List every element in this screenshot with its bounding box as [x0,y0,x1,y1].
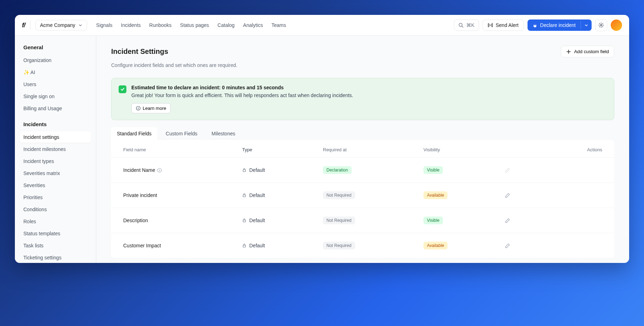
sidebar-section-incidents: Incidents [20,121,91,127]
header-right: ⌘K Send Alert Declare incident [454,19,622,31]
nav-analytics[interactable]: Analytics [243,22,263,28]
page-subtitle: Configure incident fields and set which … [111,62,614,68]
fire-icon [532,23,537,28]
lock-icon [242,218,246,223]
edit-icon[interactable] [505,218,510,223]
table-row: Incident Name Default Declaration Visibl… [111,158,614,183]
visibility-badge: Available [423,191,448,199]
chevron-down-icon [585,23,588,27]
search-icon [458,23,463,28]
nav-status-pages[interactable]: Status pages [180,22,209,28]
sidebar-item-label: Ticketing settings [23,255,62,260]
declare-incident-dropdown[interactable] [581,21,592,30]
svg-rect-5 [243,170,246,172]
add-field-label: Add custom field [574,49,609,54]
declare-label: Declare incident [540,22,576,28]
lock-icon [242,193,246,197]
field-required: Not Required [323,242,423,249]
sidebar-item-incident-settings[interactable]: Incident settings [20,131,91,143]
edit-icon[interactable] [505,193,510,198]
info-icon [157,168,162,173]
nav-signals[interactable]: Signals [96,22,113,28]
sidebar-item-label: Status templates [23,231,60,236]
sidebar-item-conditions[interactable]: Conditions [20,204,91,215]
sidebar-item-status-templates[interactable]: Status templates [20,228,91,239]
sidebar-item-label: Conditions [23,207,47,212]
table-row: Description Default Not Required Visible [111,208,614,233]
sidebar-item-label: Roles [23,219,36,224]
sidebar-item-users[interactable]: Users [20,79,91,90]
page-header: Incident Settings Add custom field [111,46,614,57]
add-custom-field-button[interactable]: Add custom field [561,46,614,57]
sidebar-item-label: Organization [23,57,51,63]
sidebar-item-priorities[interactable]: Priorities [20,192,91,203]
svg-rect-8 [243,245,246,247]
sidebar-item-billing[interactable]: Billing and Usage [20,103,91,114]
sidebar-item-ai[interactable]: ✨ AI [20,67,91,78]
learn-more-button[interactable]: Learn more [131,103,171,113]
field-name: Incident Name [123,167,242,173]
table-header: Field name Type Required at Visibility A… [111,140,614,158]
sidebar-item-label: Severities [23,182,45,188]
gear-icon [598,22,604,28]
tab-standard-fields[interactable]: Standard Fields [111,127,157,140]
edit-icon [505,168,510,173]
field-name: Description [123,218,242,223]
app-window: f/ Acme Company Signals Incidents Runboo… [15,15,629,263]
field-required: Declaration [323,166,423,174]
col-header-type: Type [242,147,323,152]
main-content: Incident Settings Add custom field Confi… [96,36,629,263]
nav-links: Signals Incidents Runbooks Status pages … [96,22,286,28]
sidebar-item-label: Users [23,82,36,87]
sidebar-item-task-lists[interactable]: Task lists [20,240,91,251]
field-type: Default [242,167,323,173]
banner-text: Great job! Your form is quick and effici… [131,92,607,98]
nav-incidents[interactable]: Incidents [121,22,141,28]
tab-custom-fields[interactable]: Custom Fields [160,127,203,140]
header: f/ Acme Company Signals Incidents Runboo… [15,15,629,36]
send-alert-button[interactable]: Send Alert [483,19,524,31]
sidebar-item-label: Incident settings [23,134,59,140]
nav-catalog[interactable]: Catalog [217,22,234,28]
edit-icon[interactable] [505,243,510,248]
field-visibility: Available [423,191,505,199]
field-visibility: Available [423,242,505,249]
send-alert-label: Send Alert [496,22,519,28]
col-header-actions: Actions [505,147,602,152]
nav-runbooks[interactable]: Runbooks [149,22,172,28]
field-type: Default [242,192,323,198]
sidebar-item-label: Billing and Usage [23,106,62,111]
company-selector[interactable]: Acme Company [35,20,87,30]
field-actions [505,168,602,173]
field-name: Customer Impact [123,243,242,248]
chevron-down-icon [78,23,82,27]
svg-rect-7 [243,220,246,222]
divider [30,20,30,30]
col-header-visibility: Visibility [423,147,505,152]
col-header-required: Required at [323,147,423,152]
lock-icon [242,168,246,172]
sidebar-item-sso[interactable]: Single sign on [20,91,91,102]
check-icon [119,85,126,93]
avatar[interactable] [611,19,622,31]
col-header-name: Field name [123,147,242,152]
sidebar-item-ticketing-settings[interactable]: Ticketing settings [20,252,91,263]
learn-more-label: Learn more [143,106,166,111]
sidebar-item-incident-milestones[interactable]: Incident milestones [20,144,91,155]
search-button[interactable]: ⌘K [454,19,479,31]
tab-milestones[interactable]: Milestones [206,127,241,140]
table-row: Private incident Default Not Required Av… [111,183,614,208]
sidebar-item-severities-matrix[interactable]: Severities matrix [20,168,91,179]
info-icon [136,106,141,111]
settings-button[interactable] [595,19,607,31]
nav-teams[interactable]: Teams [272,22,286,28]
sidebar-item-incident-types[interactable]: Incident types [20,156,91,167]
body: General Organization ✨ AI Users Single s… [15,36,629,263]
sidebar-item-severities[interactable]: Severities [20,180,91,191]
sidebar: General Organization ✨ AI Users Single s… [15,36,96,263]
declare-incident-button[interactable]: Declare incident [528,19,581,31]
sidebar-item-roles[interactable]: Roles [20,216,91,227]
svg-point-1 [490,25,491,26]
field-actions [505,218,602,223]
sidebar-item-organization[interactable]: Organization [20,55,91,66]
